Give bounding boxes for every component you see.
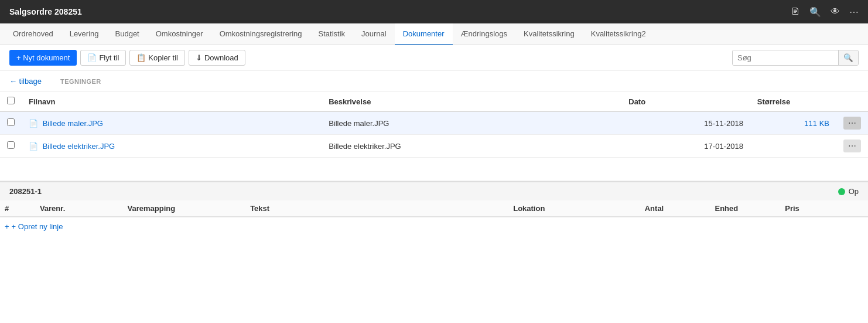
copy-icon: 📋 bbox=[136, 53, 146, 62]
tab-budget[interactable]: Budget bbox=[107, 23, 148, 45]
tab-levering[interactable]: Levering bbox=[61, 23, 107, 45]
top-header: Salgsordre 208251 🖹 🔍 👁 ⋯ bbox=[0, 0, 868, 23]
sub-col-varemapping: Varemapping bbox=[123, 200, 246, 217]
move-icon: 📄 bbox=[87, 53, 97, 62]
file-link-2[interactable]: Billede elektriker.JPG bbox=[43, 142, 115, 151]
row-checkbox-1[interactable] bbox=[7, 118, 15, 126]
tab-statistik[interactable]: Statistik bbox=[310, 23, 354, 45]
page-title: Salgsordre 208251 bbox=[9, 7, 82, 16]
sub-col-tekst: Tekst bbox=[245, 200, 508, 217]
eye-icon[interactable]: 👁 bbox=[831, 6, 840, 17]
sub-col-antal: Antal bbox=[640, 200, 710, 217]
col-header-size: Størrelse bbox=[750, 92, 836, 111]
folder-search-icon[interactable]: 🔍 bbox=[809, 6, 821, 18]
tab-kvalitetssikring[interactable]: Kvalitetssikring bbox=[515, 23, 583, 45]
back-link[interactable]: ← tilbage bbox=[0, 73, 51, 89]
move-button[interactable]: 📄 Flyt til bbox=[80, 50, 126, 66]
status-dot bbox=[838, 188, 845, 195]
section-label: TEGNINGER bbox=[51, 74, 111, 89]
order-number: 208251-1 bbox=[9, 187, 42, 196]
sub-col-pris: Pris bbox=[780, 200, 868, 217]
sub-col-enhed: Enhed bbox=[710, 200, 780, 217]
col-header-description: Beskrivelse bbox=[322, 92, 621, 111]
file-icon-1: 📄 bbox=[29, 119, 38, 128]
tab-kvalitetssikring2[interactable]: Kvalitetssikring2 bbox=[583, 23, 654, 45]
download-icon: ⇓ bbox=[196, 53, 202, 62]
tab-ordrehoved[interactable]: Ordrehoved bbox=[5, 23, 61, 45]
sub-col-lokation: Lokation bbox=[508, 200, 640, 217]
select-all-checkbox[interactable] bbox=[7, 97, 15, 104]
tab-omkostningsregistrering[interactable]: Omkostningsregistrering bbox=[211, 23, 310, 45]
file-icon-2: 📄 bbox=[29, 142, 38, 151]
plus-icon: + bbox=[5, 222, 9, 231]
search-icon: 🔍 bbox=[843, 53, 853, 62]
file-size-1: 111 KB bbox=[804, 119, 829, 128]
col-header-filename: Filnavn bbox=[22, 92, 322, 111]
file-table: Filnavn Beskrivelse Dato Størrelse 📄 Bil… bbox=[0, 92, 868, 158]
nav-tabs: Ordrehoved Levering Budget Omkostninger … bbox=[0, 23, 868, 45]
tab-aendringslogs[interactable]: Ændringslogs bbox=[453, 23, 516, 45]
status-label: Op bbox=[849, 187, 859, 196]
file-date-2: 17-01-2018 bbox=[621, 135, 750, 158]
table-row: 📄 Billede elektriker.JPG Billede elektri… bbox=[0, 135, 868, 158]
table-row: 📄 Billede maler.JPG Billede maler.JPG 15… bbox=[0, 111, 868, 135]
sub-table: # Varenr. Varemapping Tekst Lokation Ant… bbox=[0, 200, 868, 217]
file-link-1[interactable]: Billede maler.JPG bbox=[43, 119, 103, 128]
more-button-1[interactable]: ⋯ bbox=[843, 117, 861, 130]
new-document-button[interactable]: + Nyt dokument bbox=[9, 50, 77, 66]
more-icon[interactable]: ⋯ bbox=[849, 6, 859, 18]
document-icon[interactable]: 🖹 bbox=[791, 6, 800, 17]
download-button[interactable]: ⇓ Download bbox=[189, 50, 245, 66]
copy-button[interactable]: 📋 Kopier til bbox=[129, 50, 185, 66]
toolbar: + Nyt dokument 📄 Flyt til 📋 Kopier til ⇓… bbox=[0, 45, 868, 71]
file-date-1: 15-11-2018 bbox=[621, 111, 750, 135]
search-button[interactable]: 🔍 bbox=[838, 50, 858, 65]
add-line-button[interactable]: + + Opret ny linje bbox=[0, 217, 868, 236]
search-box: 🔍 bbox=[732, 50, 859, 66]
status-badge: Op bbox=[838, 187, 859, 196]
tab-journal[interactable]: Journal bbox=[353, 23, 395, 45]
file-desc-1: Billede maler.JPG bbox=[322, 111, 621, 135]
search-input[interactable] bbox=[733, 50, 838, 65]
bottom-section: 208251-1 Op bbox=[0, 181, 868, 200]
tab-dokumenter[interactable]: Dokumenter bbox=[395, 23, 453, 45]
sub-col-hash: # bbox=[0, 200, 35, 217]
sub-col-varenr: Varenr. bbox=[35, 200, 123, 217]
col-header-date: Dato bbox=[621, 92, 750, 111]
row-checkbox-2[interactable] bbox=[7, 141, 15, 149]
file-desc-2: Billede elektriker.JPG bbox=[322, 135, 621, 158]
more-button-2[interactable]: ⋯ bbox=[843, 140, 861, 152]
tab-omkostninger[interactable]: Omkostninger bbox=[148, 23, 211, 45]
header-icons: 🖹 🔍 👁 ⋯ bbox=[791, 6, 859, 18]
